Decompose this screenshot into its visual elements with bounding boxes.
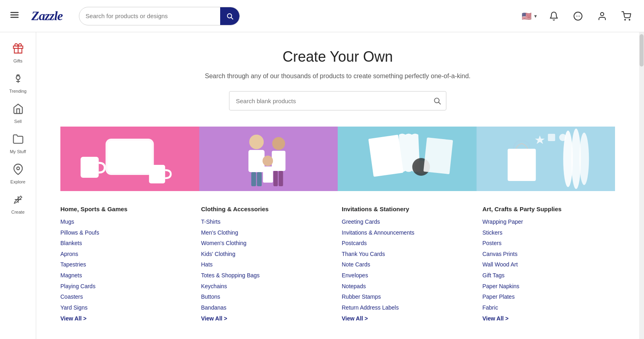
my-stuff-icon [12,133,24,148]
sidebar-item-my-stuff[interactable]: My Stuff [2,129,34,158]
svg-rect-26 [272,151,285,171]
blank-product-search-bar [229,91,446,110]
cat-inv-rubber-stamps[interactable]: Rubber Stamps [342,291,475,302]
cart-button[interactable] [618,8,634,24]
cat-clothing-view-all[interactable]: View All > [201,315,227,322]
category-image-invitations[interactable] [338,127,477,191]
search-bar [79,7,240,25]
sidebar-gifts-label: Gifts [13,58,23,63]
scrollbar-track[interactable] [639,32,644,339]
cat-clothing-keychains[interactable]: Keychains [201,281,334,292]
cat-art-fabric[interactable]: Fabric [483,302,615,313]
cat-home-view-all[interactable]: View All > [60,315,87,322]
cat-inv-note-cards[interactable]: Note Cards [342,259,475,270]
svg-point-11 [16,76,20,79]
language-selector[interactable]: 🇺🇸 ▼ [522,11,538,21]
cat-art-paper-napkins[interactable]: Paper Napkins [483,281,615,292]
svg-rect-34 [368,135,403,177]
category-image-art[interactable] [477,127,615,191]
explore-icon [12,164,24,178]
cat-home-magnets[interactable]: Magnets [60,270,193,281]
notifications-button[interactable] [546,8,562,24]
sidebar-item-gifts[interactable]: Gifts [2,39,34,67]
sidebar-item-create[interactable]: Create [2,190,34,218]
svg-point-12 [17,167,19,170]
main-content: Create Your Own Search through any of ou… [36,32,639,339]
sidebar-item-sell[interactable]: Sell [2,99,34,128]
create-icon [12,194,24,208]
hamburger-menu[interactable] [10,10,19,22]
svg-line-16 [439,102,441,104]
cat-inv-return-labels[interactable]: Return Address Labels [342,302,475,313]
category-image-clothing[interactable] [199,127,338,191]
svg-point-6 [601,12,604,16]
cat-inv-thank-you[interactable]: Thank You Cards [342,249,475,260]
cat-art-view-all[interactable]: View All > [483,315,509,322]
svg-line-4 [231,17,233,19]
cat-home-tapestries[interactable]: Tapestries [60,259,193,270]
svg-point-45 [579,133,589,185]
svg-rect-28 [263,166,273,183]
cat-inv-invitations[interactable]: Invitations & Announcements [342,227,475,238]
cat-art-stickers[interactable]: Stickers [483,227,615,238]
cat-clothing-mens[interactable]: Men's Clothing [201,227,334,238]
cat-clothing-womens[interactable]: Women's Clothing [201,238,334,249]
svg-rect-32 [279,171,283,186]
blank-search-input[interactable] [229,98,428,104]
cat-inv-envelopes[interactable]: Envelopes [342,270,475,281]
category-home: Home, Sports & Games Mugs Pillows & Pouf… [60,206,193,324]
account-button[interactable] [594,8,610,24]
flag-caret-icon: ▼ [533,14,538,19]
svg-point-25 [272,137,285,150]
svg-rect-20 [80,157,99,178]
cat-clothing-tshirts[interactable]: T-Shirts [201,216,334,227]
category-invitations-title: Invitations & Stationery [342,206,475,212]
cat-inv-postcards[interactable]: Postcards [342,238,475,249]
cat-home-playing-cards[interactable]: Playing Cards [60,281,193,292]
search-button[interactable] [220,7,239,25]
cat-art-gift-tags[interactable]: Gift Tags [483,270,615,281]
gifts-icon [12,43,24,57]
cat-clothing-totes[interactable]: Totes & Shopping Bags [201,270,334,281]
search-input[interactable] [79,12,220,19]
cat-art-canvas-prints[interactable]: Canvas Prints [483,249,615,260]
cat-art-wall-wood-art[interactable]: Wall Wood Art [483,259,615,270]
svg-rect-30 [257,172,262,186]
cat-clothing-kids[interactable]: Kids' Clothing [201,249,334,260]
sidebar: Gifts Trending Sell [0,32,36,339]
sidebar-explore-label: Explore [10,179,25,184]
cat-inv-view-all[interactable]: View All > [342,315,368,322]
cat-home-yard-signs[interactable]: Yard Signs [60,302,193,313]
sidebar-trending-label: Trending [9,89,27,94]
page-title: Create Your Own [60,48,615,65]
logo[interactable]: Zazzle [31,8,63,23]
cat-art-paper-plates[interactable]: Paper Plates [483,291,615,302]
cat-home-coasters[interactable]: Coasters [60,291,193,302]
cat-art-posters[interactable]: Posters [483,238,615,249]
category-art-title: Art, Crafts & Party Supplies [483,206,615,212]
cat-home-blankets[interactable]: Blankets [60,238,193,249]
scrollbar-thumb[interactable] [640,34,644,67]
cat-home-mugs[interactable]: Mugs [60,216,193,227]
cat-home-pillows[interactable]: Pillows & Poufs [60,227,193,238]
blank-search-button[interactable] [428,91,446,110]
category-lists: Home, Sports & Games Mugs Pillows & Pouf… [60,206,615,324]
category-home-title: Home, Sports & Games [60,206,193,212]
svg-rect-41 [548,134,555,141]
svg-rect-19 [107,141,152,173]
cat-home-aprons[interactable]: Aprons [60,249,193,260]
category-invitations: Invitations & Stationery Greeting Cards … [342,206,475,324]
cat-art-wrapping-paper[interactable]: Wrapping Paper [483,216,615,227]
cat-inv-notepads[interactable]: Notepads [342,281,475,292]
cat-clothing-buttons[interactable]: Buttons [201,291,334,302]
cat-clothing-bandanas[interactable]: Bandanas [201,302,334,313]
cat-inv-greeting-cards[interactable]: Greeting Cards [342,216,475,227]
messages-button[interactable] [570,8,586,24]
svg-rect-37 [423,137,453,174]
sidebar-item-trending[interactable]: Trending [2,69,34,98]
sell-icon [12,103,24,117]
cat-clothing-hats[interactable]: Hats [201,259,334,270]
sidebar-sell-label: Sell [14,119,21,124]
category-image-home[interactable] [60,127,199,191]
sidebar-item-explore[interactable]: Explore [2,160,34,188]
